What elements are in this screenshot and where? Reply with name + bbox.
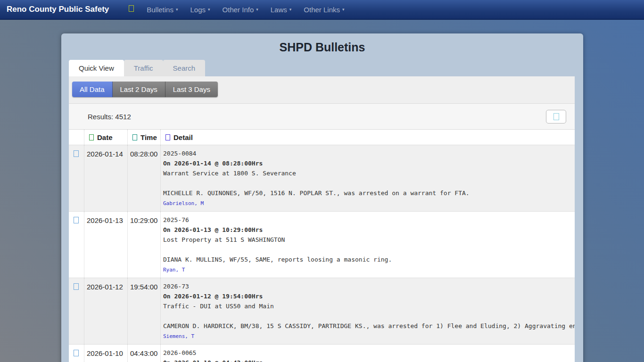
results-bar: Results: 4512	[69, 104, 575, 130]
chevron-down-icon: ▾	[256, 7, 258, 12]
header-time-label: Time	[140, 133, 157, 141]
row-checkbox-icon[interactable]	[74, 283, 79, 290]
filter-all-data-button[interactable]: All Data	[72, 82, 113, 97]
incident-narrative: CAMERON D. HARDRICK, BM/38, 15 S CASSIDY…	[163, 321, 575, 331]
row-select-cell	[69, 212, 84, 278]
filter-last-2-days-button[interactable]: Last 2 Days	[113, 82, 165, 97]
nav-item-other-info[interactable]: Other Info▾	[216, 6, 264, 14]
chevron-down-icon: ▾	[176, 7, 178, 12]
nav-home-item[interactable]	[122, 5, 140, 14]
table-header-row: Date Time Detail	[69, 130, 575, 145]
filter-button-group: All Data Last 2 Days Last 3 Days	[72, 82, 218, 97]
time-cell: 08:28:00	[127, 145, 160, 211]
columns-toggle-button[interactable]	[546, 110, 566, 123]
tab-traffic[interactable]: Traffic	[124, 60, 163, 76]
officer-link[interactable]: Siemens, T	[163, 333, 194, 339]
header-date: Date	[84, 130, 127, 145]
columns-icon	[553, 113, 559, 120]
top-navbar: Reno County Public Safety Bulletins▾ Log…	[0, 0, 644, 20]
tab-content: All Data Last 2 Days Last 3 Days Results…	[69, 76, 575, 362]
document-icon	[165, 134, 170, 140]
incident-datetime: On 2026-01-12 @ 19:54:00Hrs	[163, 291, 575, 301]
spacer	[163, 311, 575, 321]
incident-location: Warrant Service at 1800 S. Severance	[163, 168, 575, 178]
header-detail: Detail	[160, 130, 575, 145]
table-row: 2026-01-13 10:29:00 2025-76 On 2026-01-1…	[69, 212, 575, 278]
incident-datetime: On 2026-01-14 @ 08:28:00Hrs	[163, 158, 575, 168]
tab-bar: Quick View Traffic Search	[61, 60, 583, 76]
incident-location: Lost Property at 511 S WASHINGTON	[163, 235, 575, 245]
time-cell: 19:54:00	[127, 278, 160, 344]
nav-item-label: Laws	[271, 6, 287, 14]
detail-cell: 2026-73 On 2026-01-12 @ 19:54:00Hrs Traf…	[160, 278, 575, 344]
row-checkbox-icon[interactable]	[74, 350, 79, 356]
filter-last-3-days-button[interactable]: Last 3 Days	[165, 82, 218, 97]
date-cell: 2026-01-12	[84, 278, 127, 344]
row-checkbox-icon[interactable]	[74, 217, 79, 223]
results-count: Results: 4512	[88, 113, 131, 121]
nav-item-label: Bulletins	[147, 6, 173, 14]
date-cell: 2026-01-13	[84, 212, 127, 278]
incident-narrative: DIANA K. MULLINS, WF/55, SAME, reports l…	[163, 255, 575, 264]
header-time: Time	[127, 130, 160, 145]
page-title: SHPD Bulletins	[61, 33, 583, 60]
row-select-cell	[69, 278, 84, 344]
chevron-down-icon: ▾	[342, 7, 345, 12]
case-number: 2026-0065	[163, 348, 575, 358]
main-panel: SHPD Bulletins Quick View Traffic Search…	[61, 33, 583, 362]
officer-link[interactable]: Gabrielson, M	[163, 200, 204, 206]
nav-item-label: Other Info	[223, 6, 254, 14]
chevron-down-icon: ▾	[208, 7, 210, 12]
case-number: 2025-76	[163, 215, 575, 225]
filter-toolbar: All Data Last 2 Days Last 3 Days	[69, 76, 575, 104]
table-row: 2026-01-12 19:54:00 2026-73 On 2026-01-1…	[69, 278, 575, 345]
nav-links: Bulletins▾ Logs▾ Other Info▾ Laws▾ Other…	[122, 5, 350, 14]
case-number: 2025-0084	[163, 148, 575, 158]
spacer	[163, 178, 575, 188]
row-select-cell	[69, 345, 84, 362]
detail-cell: 2026-0065 On 2026-01-10 @ 04:43:00Hrs	[160, 345, 575, 362]
date-cell: 2026-01-14	[84, 145, 127, 211]
detail-cell: 2025-0084 On 2026-01-14 @ 08:28:00Hrs Wa…	[160, 145, 575, 211]
tab-search[interactable]: Search	[163, 60, 206, 76]
home-icon	[129, 5, 134, 12]
clock-icon	[132, 134, 137, 140]
detail-cell: 2025-76 On 2026-01-13 @ 10:29:00Hrs Lost…	[160, 212, 575, 278]
tab-quick-view[interactable]: Quick View	[69, 60, 124, 76]
calendar-icon	[89, 134, 94, 140]
officer-link[interactable]: Ryan, T	[163, 267, 185, 273]
chevron-down-icon: ▾	[289, 7, 292, 12]
header-date-label: Date	[97, 133, 113, 141]
nav-item-label: Logs	[190, 6, 206, 14]
nav-item-label: Other Links	[304, 6, 340, 14]
nav-item-other-links[interactable]: Other Links▾	[297, 6, 350, 14]
time-cell: 04:43:00	[127, 345, 160, 362]
incident-datetime: On 2026-01-13 @ 10:29:00Hrs	[163, 225, 575, 235]
time-cell: 10:29:00	[127, 212, 160, 278]
incident-location: Traffic - DUI at US50 and Main	[163, 301, 575, 311]
nav-item-laws[interactable]: Laws▾	[264, 6, 298, 14]
row-checkbox-icon[interactable]	[74, 150, 79, 157]
incident-datetime: On 2026-01-10 @ 04:43:00Hrs	[163, 358, 575, 362]
brand-link[interactable]: Reno County Public Safety	[7, 5, 109, 14]
incident-narrative: MICHELLE R. QUINONES, WF/50, 1516 N. POP…	[163, 188, 575, 198]
row-select-cell	[69, 145, 84, 211]
nav-item-bulletins[interactable]: Bulletins▾	[140, 6, 184, 14]
header-detail-label: Detail	[173, 133, 193, 141]
bulletins-table: Date Time Detail 2026-01-14 08:28:00	[69, 130, 575, 362]
nav-item-logs[interactable]: Logs▾	[184, 6, 216, 14]
table-row: 2026-01-10 04:43:00 2026-0065 On 2026-01…	[69, 345, 575, 362]
table-row: 2026-01-14 08:28:00 2025-0084 On 2026-01…	[69, 145, 575, 212]
spacer	[163, 245, 575, 255]
header-select-column	[69, 130, 84, 145]
date-cell: 2026-01-10	[84, 345, 127, 362]
case-number: 2026-73	[163, 281, 575, 291]
